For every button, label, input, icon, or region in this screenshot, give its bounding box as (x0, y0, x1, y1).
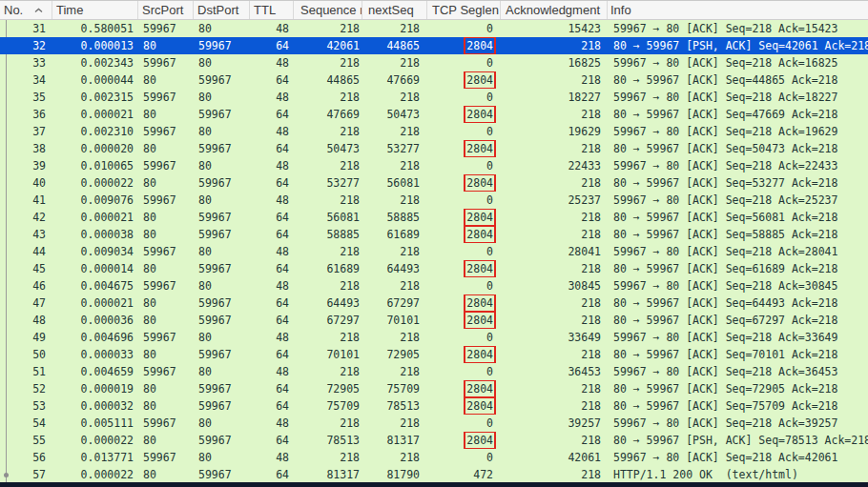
cell-info: 80 → 59967 [ACK] Seq=44865 Ack=218 (608, 71, 868, 89)
cell-nextseq: 218 (362, 20, 427, 37)
cell-ttl: 64 (250, 380, 294, 397)
cell-srcport: 80 (138, 466, 194, 483)
packet-row[interactable]: 52 0.000019 80 59967 64 72905 75709 2804… (0, 380, 868, 397)
packet-list-pane: No. Time SrcPort DstPort TTL Sequence n … (0, 0, 868, 487)
packet-row[interactable]: 55 0.000022 80 59967 64 78513 81317 2804… (0, 432, 868, 449)
cell-sequence: 75709 (294, 397, 362, 415)
cell-time: 0.000038 (52, 226, 138, 243)
cell-tcp-seglen: 2804 (427, 209, 501, 226)
cell-no: 53 (0, 397, 52, 415)
cell-dstport: 59967 (194, 71, 250, 89)
cell-srcport: 80 (138, 260, 194, 277)
packet-row[interactable]: 33 0.002343 59967 80 48 218 218 0 16825 … (0, 54, 868, 71)
packet-row[interactable]: 51 0.004659 59967 80 48 218 218 0 36453 … (0, 363, 868, 380)
cell-info: 59967 → 80 [ACK] Seq=218 Ack=36453 (608, 363, 868, 380)
packet-row[interactable]: 53 0.000032 80 59967 64 75709 78513 2804… (0, 397, 868, 415)
cell-tcp-seglen: 0 (427, 89, 501, 106)
cell-tcp-seglen: 2804 (427, 380, 501, 397)
packet-row[interactable]: 45 0.000014 80 59967 64 61689 64493 2804… (0, 260, 868, 277)
packet-row[interactable]: 32 0.000013 80 59967 64 42061 44865 2804… (0, 37, 868, 54)
packet-row[interactable]: 35 0.002315 59967 80 48 218 218 0 18227 … (0, 89, 868, 106)
column-header-info-label: Info (610, 1, 631, 19)
cell-sequence: 67297 (294, 312, 362, 329)
tcp-seglen-value: 2804 (466, 296, 493, 310)
cell-dstport: 59967 (194, 226, 250, 243)
packet-row[interactable]: 39 0.010065 59967 80 48 218 218 0 22433 … (0, 157, 868, 174)
cell-time: 0.000020 (52, 140, 138, 157)
cell-tcp-seglen: 0 (427, 329, 501, 346)
packet-row[interactable]: 37 0.002310 59967 80 48 218 218 0 19629 … (0, 123, 868, 140)
cell-dstport: 80 (194, 243, 250, 260)
cell-info: 80 → 59967 [PSH, ACK] Seq=78513 Ack=218 (608, 432, 868, 449)
packet-row[interactable]: 56 0.013771 59967 80 48 218 218 0 42061 … (0, 449, 868, 466)
pane-splitter[interactable] (0, 482, 868, 487)
packet-row[interactable]: 42 0.000021 80 59967 64 56081 58885 2804… (0, 209, 868, 226)
column-header-time[interactable]: Time (52, 1, 138, 19)
packet-row[interactable]: 54 0.005111 59967 80 48 218 218 0 39257 … (0, 415, 868, 432)
cell-acknowledgment: 16825 (501, 54, 608, 71)
cell-acknowledgment: 218 (501, 294, 608, 312)
cell-acknowledgment: 15423 (501, 20, 608, 37)
packet-row[interactable]: 34 0.000044 80 59967 64 44865 47669 2804… (0, 71, 868, 89)
column-header-sequence[interactable]: Sequence n (294, 1, 362, 19)
cell-info: 80 → 59967 [ACK] Seq=70101 Ack=218 (608, 346, 868, 363)
cell-tcp-seglen: 0 (427, 192, 501, 209)
packet-row[interactable]: 31 0.580051 59967 80 48 218 218 0 15423 … (0, 20, 868, 37)
cell-ttl: 64 (250, 174, 294, 192)
cell-no: 35 (0, 89, 52, 106)
tcp-seglen-value: 0 (486, 279, 493, 293)
cell-info: 80 → 59967 [ACK] Seq=58885 Ack=218 (608, 226, 868, 243)
column-header-info[interactable]: Info (608, 1, 868, 19)
cell-time: 0.000032 (52, 397, 138, 415)
cell-no: 46 (0, 277, 52, 294)
packet-row[interactable]: 40 0.000022 80 59967 64 53277 56081 2804… (0, 174, 868, 192)
packet-row[interactable]: 36 0.000021 80 59967 64 47669 50473 2804… (0, 106, 868, 123)
cell-nextseq: 44865 (362, 37, 427, 54)
cell-time: 0.009076 (52, 192, 138, 209)
packet-row[interactable]: 47 0.000021 80 59967 64 64493 67297 2804… (0, 294, 868, 312)
cell-tcp-seglen: 2804 (427, 226, 501, 243)
cell-sequence: 50473 (294, 140, 362, 157)
packet-row[interactable]: 44 0.009034 59967 80 48 218 218 0 28041 … (0, 243, 868, 260)
cell-no: 34 (0, 71, 52, 89)
column-header-acknowledgment[interactable]: Acknowledgment (501, 1, 608, 19)
cell-ttl: 64 (250, 397, 294, 415)
cell-nextseq: 218 (362, 363, 427, 380)
packet-row[interactable]: 46 0.004675 59967 80 48 218 218 0 30845 … (0, 277, 868, 294)
packet-row[interactable]: 49 0.004696 59967 80 48 218 218 0 33649 … (0, 329, 868, 346)
packet-row[interactable]: 50 0.000033 80 59967 64 70101 72905 2804… (0, 346, 868, 363)
cell-nextseq: 53277 (362, 140, 427, 157)
tcp-seglen-value: 0 (486, 245, 493, 258)
column-header-nextseq[interactable]: nextSeq (362, 1, 427, 19)
cell-info: 80 → 59967 [PSH, ACK] Seq=42061 Ack=218 (608, 37, 868, 54)
packet-row[interactable]: 38 0.000020 80 59967 64 50473 53277 2804… (0, 140, 868, 157)
cell-acknowledgment: 218 (501, 397, 608, 415)
cell-no: 43 (0, 226, 52, 243)
column-header-dstport[interactable]: DstPort (194, 1, 250, 19)
cell-ttl: 48 (250, 415, 294, 432)
column-header-srcport[interactable]: SrcPort (138, 1, 194, 19)
packet-row[interactable]: 43 0.000038 80 59967 64 58885 61689 2804… (0, 226, 868, 243)
cell-dstport: 59967 (194, 346, 250, 363)
cell-dstport: 80 (194, 123, 250, 140)
cell-sequence: 218 (294, 54, 362, 71)
cell-no: 54 (0, 415, 52, 432)
packet-row[interactable]: 48 0.000036 80 59967 64 67297 70101 2804… (0, 312, 868, 329)
cell-dstport: 80 (194, 449, 250, 466)
column-header-no[interactable]: No. (0, 1, 52, 19)
cell-no: 44 (0, 243, 52, 260)
cell-no: 39 (0, 157, 52, 174)
cell-tcp-seglen: 2804 (427, 260, 501, 277)
cell-info: 59967 → 80 [ACK] Seq=218 Ack=19629 (608, 123, 868, 140)
cell-sequence: 61689 (294, 260, 362, 277)
column-header-ttl[interactable]: TTL (250, 1, 294, 19)
cell-acknowledgment: 218 (501, 106, 608, 123)
cell-acknowledgment: 218 (501, 174, 608, 192)
packet-row[interactable]: 57 0.000022 80 59967 64 81317 81790 472 … (0, 466, 868, 483)
cell-dstport: 59967 (194, 380, 250, 397)
cell-srcport: 80 (138, 37, 194, 54)
cell-time: 0.002310 (52, 123, 138, 140)
tcp-seglen-value: 2804 (466, 399, 493, 413)
packet-row[interactable]: 41 0.009076 59967 80 48 218 218 0 25237 … (0, 192, 868, 209)
column-header-tcp-seglen[interactable]: TCP Seglen (427, 1, 501, 19)
